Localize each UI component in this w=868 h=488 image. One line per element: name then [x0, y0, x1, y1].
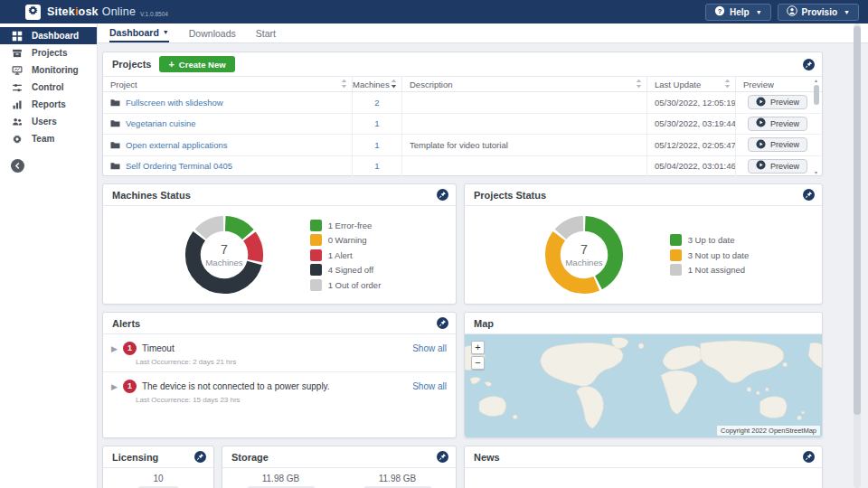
tab-downloads[interactable]: Downloads — [189, 23, 236, 42]
expand-caret-icon[interactable]: ▶ — [111, 382, 118, 391]
sidebar-item-reports[interactable]: Reports — [0, 96, 97, 113]
sort-icon — [636, 79, 642, 90]
machines-count-link[interactable]: 1 — [374, 161, 379, 171]
scrollbar-thumb[interactable] — [814, 85, 819, 105]
project-row: Fullscreen with slideshow205/30/2022, 12… — [103, 92, 822, 114]
dashboard-icon — [12, 31, 23, 42]
project-row: Self Ordering Terminal 0405105/04/2022, … — [103, 156, 822, 178]
brand-title: SitekioskOnline — [47, 5, 136, 18]
pin-icon[interactable] — [803, 451, 815, 463]
sort-icon — [724, 79, 731, 90]
project-row: Vegetarian cuisine105/30/2022, 03:19:44 … — [103, 114, 822, 136]
project-link[interactable]: Fullscreen with slideshow — [126, 98, 223, 108]
table-scrollbar[interactable]: ▴ ▾ — [812, 78, 820, 176]
scroll-down-icon[interactable]: ▾ — [815, 170, 817, 176]
control-icon — [12, 82, 23, 93]
project-link[interactable]: Vegetarian cuisine — [126, 118, 196, 128]
sidebar-item-label: Team — [32, 134, 54, 144]
project-description: Template for video tutorial — [402, 135, 647, 155]
alert-count-badge: 1 — [123, 380, 137, 393]
sidebar-item-monitoring[interactable]: Monitoring — [0, 61, 97, 79]
plus-icon: + — [168, 59, 174, 70]
create-new-button[interactable]: +Create New — [159, 56, 234, 72]
sidebar-collapse-button[interactable] — [11, 159, 24, 173]
alerts-panel: Alerts ▶1TimeoutShow allLast Occurrence:… — [102, 312, 457, 438]
pin-icon[interactable] — [803, 189, 815, 201]
legend-swatch — [310, 264, 322, 276]
gear-logo-icon — [27, 4, 39, 20]
machines-count-link[interactable]: 2 — [374, 98, 379, 108]
sidebar-item-users[interactable]: Users — [0, 113, 97, 130]
pin-icon[interactable] — [437, 317, 448, 329]
projects-status-donut-chart: 7Machines — [538, 209, 630, 301]
storage-value: 11.98 GB — [248, 474, 315, 483]
preview-button[interactable]: Preview — [748, 159, 807, 174]
licensing-panel: Licensing 10 — [102, 446, 214, 488]
sitekiosk-dashboard-app: SitekioskOnline V.1.0.8504 ? Help ▼ Prov… — [0, 0, 868, 488]
alert-title: Timeout — [142, 343, 175, 353]
projects-panel: Projects +Create New ProjectMachinesDesc… — [102, 52, 823, 176]
column-header-project[interactable]: Project — [103, 77, 353, 91]
caret-down-icon: ▼ — [844, 9, 850, 15]
map-zoom-in-button[interactable]: + — [471, 341, 485, 354]
legend-item: 1 Alert — [310, 249, 382, 261]
machines-status-legend: 1 Error-free0 Warning1 Alert4 Signed off… — [310, 216, 382, 294]
tab-start[interactable]: Start — [256, 23, 276, 42]
pin-icon[interactable] — [194, 451, 206, 463]
projects-table-header: ProjectMachinesDescriptionLast UpdatePre… — [103, 77, 822, 92]
map-zoom-controls: + − — [471, 341, 485, 370]
sidebar-item-projects[interactable]: Projects — [0, 44, 97, 61]
folder-icon — [110, 162, 120, 170]
column-header-last-update[interactable]: Last Update — [647, 77, 736, 91]
legend-item: 1 Not assigned — [670, 264, 750, 276]
show-all-link[interactable]: Show all — [412, 381, 447, 391]
legend-item: 1 Error-free — [310, 220, 382, 231]
column-header-machines[interactable]: Machines — [353, 77, 402, 91]
help-button[interactable]: ? Help ▼ — [705, 4, 771, 21]
page-scrollbar-thumb[interactable] — [854, 26, 861, 415]
machines-status-panel: Machines Status 7Machines 1 Error-free0 … — [102, 183, 457, 305]
main-area: Dashboard▼DownloadsStart Projects +Creat… — [98, 23, 868, 488]
alert-last-occurrence: Last Occurrence: 15 days 23 hrs — [136, 396, 447, 404]
preview-button[interactable]: Preview — [748, 95, 807, 109]
play-circle-icon — [756, 97, 766, 108]
expand-caret-icon[interactable]: ▶ — [111, 344, 118, 353]
preview-button[interactable]: Preview — [748, 117, 807, 131]
preview-button[interactable]: Preview — [748, 137, 807, 152]
sidebar-item-team[interactable]: Team — [0, 130, 97, 147]
pin-icon[interactable] — [437, 451, 448, 463]
map-panel: Map + − Copyright 2022 OpenStreetMap — [464, 312, 823, 438]
user-menu-button[interactable]: Provisio ▼ — [778, 4, 859, 21]
legend-label: 3 Up to date — [688, 235, 735, 245]
show-all-link[interactable]: Show all — [412, 343, 447, 353]
legend-label: 4 Signed off — [328, 265, 374, 275]
reports-icon — [12, 99, 23, 110]
folder-icon — [110, 119, 120, 127]
caret-down-icon: ▼ — [163, 29, 169, 35]
legend-item: 3 Up to date — [670, 234, 750, 246]
project-link[interactable]: Self Ordering Terminal 0405 — [126, 161, 232, 171]
sidebar-item-dashboard[interactable]: Dashboard — [0, 27, 97, 44]
sort-icon — [391, 79, 397, 90]
map-zoom-out-button[interactable]: − — [471, 356, 485, 370]
pin-icon[interactable] — [803, 59, 815, 70]
machines-count-link[interactable]: 1 — [374, 140, 379, 150]
machines-count-link[interactable]: 1 — [374, 118, 379, 128]
page-scrollbar[interactable] — [854, 23, 861, 488]
column-header-description[interactable]: Description — [402, 77, 647, 91]
news-panel-title: News — [474, 452, 500, 463]
tab-dashboard[interactable]: Dashboard▼ — [109, 23, 169, 42]
caret-down-icon: ▼ — [756, 9, 762, 15]
pin-icon[interactable] — [437, 189, 448, 201]
legend-item: 3 Not up to date — [670, 249, 750, 261]
alert-last-occurrence: Last Occurrence: 2 days 21 hrs — [136, 358, 447, 366]
projects-icon — [12, 48, 23, 59]
legend-label: 1 Error-free — [328, 221, 373, 230]
tab-bar: Dashboard▼DownloadsStart — [98, 23, 868, 43]
scroll-up-icon[interactable]: ▴ — [815, 78, 817, 84]
sidebar-item-control[interactable]: Control — [0, 79, 97, 96]
sidebar-item-label: Projects — [32, 48, 67, 58]
world-map[interactable]: + − Copyright 2022 OpenStreetMap — [465, 334, 822, 437]
last-update-value: 05/30/2022, 12:05:19 PM — [647, 92, 736, 113]
project-link[interactable]: Open external applications — [126, 140, 228, 150]
